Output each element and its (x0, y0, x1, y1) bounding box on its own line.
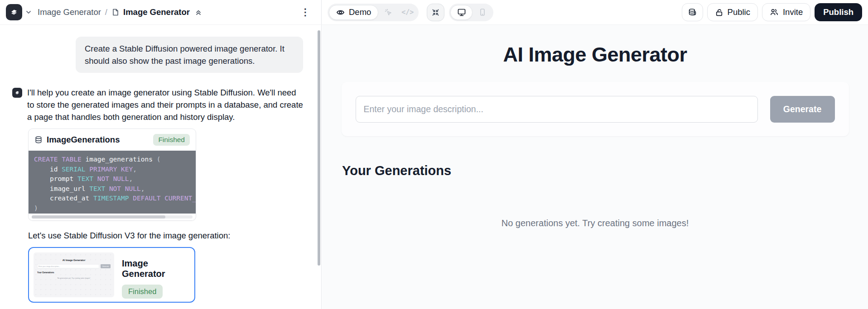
empty-state-message: No generations yet. Try creating some im… (322, 218, 868, 228)
invite-button-label: Invite (783, 7, 803, 17)
thumb-empty-message: No generations yet. Try creating some im… (34, 277, 114, 279)
preview-page-title: AI Image Generator (322, 43, 868, 67)
page-card[interactable]: AI Image Generator Enter your image desc… (28, 247, 195, 303)
more-options-kebab-icon[interactable]: ⋮ (299, 5, 311, 20)
collapse-chevrons-up-icon[interactable] (195, 9, 202, 16)
code-scrollbar-thumb[interactable] (32, 215, 165, 219)
public-button-label: Public (728, 7, 750, 17)
app-preview-panel: AI Image Generator Generate Your Generat… (322, 25, 868, 309)
top-bar-right: Demo </> (322, 0, 868, 24)
thumb-input: Enter your image description... (37, 264, 99, 268)
table-card[interactable]: ImageGenerations Finished CREATE TABLE i… (28, 128, 196, 221)
users-icon (770, 8, 779, 17)
page-card-info: Image Generator Finished (114, 252, 190, 297)
page-thumbnail: AI Image Generator Enter your image desc… (34, 252, 114, 297)
eye-icon (336, 8, 345, 17)
chat-panel: Create a Stable Diffusion powered image … (0, 25, 322, 309)
assistant-followup-message: Let's use Stable Diffusion V3 for the im… (28, 231, 303, 241)
code-tab[interactable]: </> (398, 8, 417, 16)
demo-tab[interactable]: Demo (329, 5, 378, 20)
user-message: Create a Stable Diffusion powered image … (76, 37, 303, 73)
chat-thread: Create a Stable Diffusion powered image … (0, 25, 321, 309)
page-card-title: Image Generator (122, 258, 190, 279)
generate-button[interactable]: Generate (770, 96, 835, 123)
chat-scrollbar-thumb[interactable] (318, 30, 320, 266)
generations-section-title: Your Generations (342, 163, 868, 178)
breadcrumb-parent[interactable]: Image Generator (38, 7, 101, 17)
top-bar-left: Image Generator / Image Generator ⋮ (0, 0, 322, 24)
mode-segmented-control: Demo </> (328, 4, 419, 21)
publish-button-label: Publish (823, 7, 854, 17)
public-button[interactable]: Public (707, 3, 758, 21)
sql-code: CREATE TABLE image_generations ( id SERI… (29, 151, 196, 214)
phone-icon (478, 8, 487, 16)
top-right-actions: Public Invite Publish (682, 3, 862, 21)
table-card-title: ImageGenerations (47, 135, 120, 145)
thumb-title: AI Image Generator (34, 259, 114, 261)
avatar-logo-glyph (14, 90, 20, 96)
coins-icon (688, 8, 697, 17)
desktop-view-tab[interactable] (450, 5, 473, 20)
mobile-view-tab[interactable] (473, 8, 492, 16)
page-thumbnail-content: AI Image Generator Enter your image desc… (34, 259, 114, 297)
device-segmented-control (449, 4, 493, 21)
file-icon (111, 8, 120, 16)
status-badge: Finished (153, 134, 190, 146)
code-scrollbar (29, 214, 196, 220)
cursor-click-icon (384, 8, 393, 17)
credits-button[interactable] (682, 3, 703, 21)
code-icon: </> (401, 8, 414, 16)
breadcrumb-current[interactable]: Image Generator (123, 7, 190, 17)
page-status-badge: Finished (122, 285, 163, 299)
contract-arrows-icon (432, 9, 439, 16)
app-logo[interactable] (6, 4, 22, 20)
logo-glyph (9, 7, 19, 17)
publish-button[interactable]: Publish (815, 3, 862, 21)
interact-tab[interactable] (378, 8, 398, 17)
collapse-preview-button[interactable] (427, 4, 444, 21)
lock-open-icon (715, 8, 723, 17)
code-scrollbar-track (32, 215, 193, 219)
monitor-icon (457, 8, 466, 17)
breadcrumb-separator: / (105, 7, 107, 17)
table-card-header: ImageGenerations Finished (29, 129, 196, 151)
invite-button[interactable]: Invite (762, 3, 810, 21)
generator-card: Generate (342, 82, 849, 136)
thumb-input-row: Enter your image description... Generate (37, 264, 111, 268)
thumb-section-title: Your Generations (37, 271, 114, 274)
database-icon (34, 136, 43, 144)
demo-tab-label: Demo (349, 7, 371, 17)
assistant-message-row: I'll help you create an image generator … (12, 86, 303, 123)
assistant-avatar (12, 88, 22, 98)
thumb-generate-button: Generate (101, 264, 111, 268)
assistant-message: I'll help you create an image generator … (27, 86, 303, 123)
image-description-input[interactable] (356, 96, 758, 123)
top-bar: Image Generator / Image Generator ⋮ Demo… (0, 0, 868, 25)
chevron-down-icon[interactable] (25, 9, 32, 16)
